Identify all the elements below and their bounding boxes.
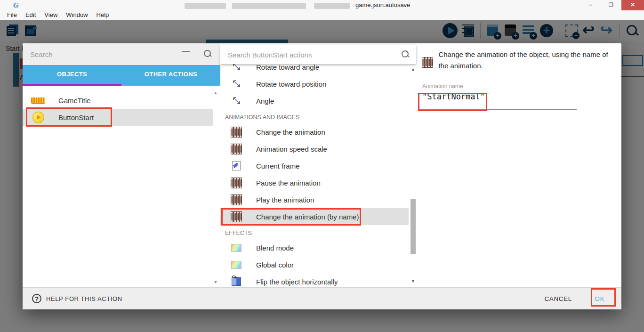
help-label: HELP FOR THIS ACTION <box>46 295 122 302</box>
tab-other-actions[interactable]: OTHER ACTIONS <box>121 65 220 86</box>
action-item[interactable]: Flip the object horizontally <box>220 273 409 287</box>
action-label: Rotate toward position <box>256 80 326 88</box>
animation-name-label: Animation name <box>422 83 463 89</box>
section-header: ANIMATIONS AND IMAGES <box>220 109 409 123</box>
menu-edit[interactable]: Edit <box>21 10 40 20</box>
close-button[interactable] <box>621 0 644 10</box>
film-strip-icon <box>422 53 433 72</box>
object-label: GameTitle <box>58 97 91 105</box>
film-icon <box>231 195 242 205</box>
actions-scrollbar[interactable]: ▲ ▼ <box>410 66 417 284</box>
title-redacted-block <box>314 3 350 9</box>
film-icon <box>231 127 242 137</box>
scroll-up-icon[interactable]: ▲ <box>410 67 417 72</box>
menu-help[interactable]: Help <box>92 10 113 20</box>
scroll-down-icon[interactable]: ▼ <box>213 280 218 284</box>
action-label: Blend mode <box>256 244 294 252</box>
rotate-icon <box>231 79 242 89</box>
action-label: Current frame <box>256 162 300 170</box>
action-item[interactable]: Blend mode <box>220 239 409 256</box>
film-icon <box>231 178 242 188</box>
search-icon <box>402 50 410 58</box>
window-controls <box>580 0 644 10</box>
menu-view[interactable]: View <box>40 10 62 20</box>
action-description: Change the animation of the object, usin… <box>438 49 618 72</box>
action-label: Pause the animation <box>256 179 321 187</box>
objects-search-input[interactable] <box>30 48 171 60</box>
action-item[interactable]: Change the animation <box>220 123 409 140</box>
action-label: Global color <box>256 261 294 269</box>
menu-bar: FileEditViewWindowHelp <box>0 10 644 20</box>
action-item[interactable]: Angle <box>220 92 409 109</box>
scroll-down-icon[interactable]: ▼ <box>410 279 417 283</box>
objects-tab-bar: OBJECTS OTHER ACTIONS <box>23 65 220 86</box>
action-item[interactable]: Animation speed scale <box>220 140 409 157</box>
gradient-icon <box>231 261 242 269</box>
search-icon <box>204 50 212 58</box>
cancel-button[interactable]: CANCEL <box>544 295 572 302</box>
action-editor-dialog: OBJECTS OTHER ACTIONS GameTitleButtonSta… <box>23 43 621 309</box>
action-item[interactable]: Pause the animation <box>220 174 409 191</box>
gradient-icon <box>231 244 242 252</box>
tab-objects[interactable]: OBJECTS <box>23 65 121 86</box>
annotation-box-field <box>418 93 487 111</box>
annotation-box-ok <box>591 288 616 307</box>
minimize-button[interactable] <box>580 0 601 10</box>
flip-icon <box>231 277 242 286</box>
restore-button[interactable] <box>601 0 621 10</box>
help-button[interactable]: HELP FOR THIS ACTION <box>32 294 122 303</box>
application-window: game.json.autosave FileEditViewWindowHel… <box>0 0 644 332</box>
action-label: Flip the object horizontally <box>256 278 338 286</box>
film-icon <box>231 144 242 154</box>
action-label: Change the animation <box>256 128 325 136</box>
annotation-box-buttonstart <box>26 107 112 127</box>
question-mark-icon <box>32 294 41 303</box>
actions-search-input[interactable] <box>228 49 383 61</box>
action-detail-panel: Change the animation of the object, usin… <box>418 43 621 287</box>
title-redacted-block <box>185 3 226 9</box>
frame-icon <box>231 161 242 170</box>
scroll-up-icon[interactable]: ▲ <box>213 90 218 95</box>
objects-search-bar <box>23 43 220 65</box>
title-bar: game.json.autosave <box>0 0 644 10</box>
active-tab-underline <box>23 84 121 86</box>
action-item[interactable]: Rotate toward position <box>220 75 409 92</box>
annotation-box-action <box>221 208 361 226</box>
menu-file[interactable]: File <box>3 10 21 20</box>
menu-window[interactable]: Window <box>62 10 92 20</box>
game-title-thumbnail-icon <box>31 97 45 103</box>
title-redacted-block <box>232 3 306 9</box>
object-item-gametitle[interactable]: GameTitle <box>23 92 213 109</box>
rotate-icon <box>231 96 242 106</box>
section-header: EFFECTS <box>220 225 409 239</box>
action-label: Rotate toward angle <box>256 63 319 71</box>
dialog-footer: HELP FOR THIS ACTION CANCEL OK <box>23 287 621 309</box>
actions-search-bar <box>220 45 416 64</box>
action-item[interactable]: Global color <box>220 256 409 273</box>
action-item[interactable]: Play the animation <box>220 191 409 208</box>
scrollbar-thumb[interactable] <box>411 199 416 254</box>
action-label: Angle <box>256 97 274 105</box>
action-label: Animation speed scale <box>256 145 327 153</box>
gdevelop-logo-icon <box>13 1 22 9</box>
action-label: Play the animation <box>256 196 314 204</box>
action-item[interactable]: Current frame <box>220 157 409 174</box>
window-title: game.json.autosave <box>355 1 410 8</box>
filter-icon[interactable] <box>182 51 190 57</box>
actions-list: Rotate toward angleRotate toward positio… <box>220 58 409 287</box>
